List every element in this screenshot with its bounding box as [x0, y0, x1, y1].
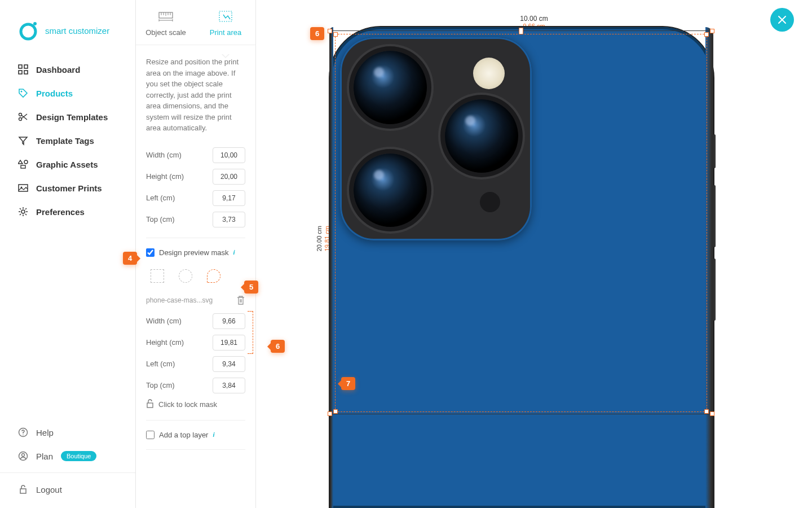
tab-indicator-arrow — [222, 54, 230, 58]
nav-label: Products — [36, 89, 73, 98]
main-nav: Dashboard Products Design Templates Temp… — [0, 58, 135, 224]
mask-field-height: Height (cm) — [146, 335, 245, 351]
width-label: Width (cm) — [146, 151, 182, 159]
mask-field-top: Top (cm) — [146, 378, 245, 393]
left-input[interactable] — [213, 190, 245, 206]
nav-help[interactable]: Help — [18, 421, 135, 444]
svg-point-9 — [24, 160, 28, 164]
tag-icon — [18, 88, 28, 98]
brand-logo: smart customizer — [0, 0, 135, 58]
field-width: Width (cm) — [146, 147, 245, 163]
info-icon[interactable]: i — [213, 431, 214, 438]
nav-label: Preferences — [36, 207, 85, 217]
nav-label: Logout — [36, 485, 62, 494]
bracket-icon — [248, 311, 253, 354]
mask-width-label: Width (cm) — [146, 317, 182, 325]
nav-plan[interactable]: PlanBoutique — [18, 444, 135, 468]
phone-mockup[interactable] — [330, 27, 713, 508]
scissors-icon — [18, 112, 28, 122]
mask-label: Design preview mask — [159, 248, 229, 257]
close-icon — [777, 15, 787, 25]
lock-mask-row[interactable]: Click to lock mask — [146, 399, 245, 410]
design-preview-mask-row: Design preview mask i — [146, 248, 245, 257]
dashboard-icon — [18, 64, 28, 75]
svg-rect-10 — [21, 165, 25, 168]
filter-icon — [18, 135, 28, 146]
mask-width-input[interactable] — [213, 313, 245, 329]
mask-left-input[interactable] — [213, 356, 245, 372]
nav-template-tags[interactable]: Template Tags — [18, 129, 135, 152]
mask-left-label: Left (cm) — [146, 360, 175, 368]
mask-shape-custom[interactable] — [202, 266, 225, 286]
shapes-icon — [18, 159, 28, 169]
lock-icon — [18, 484, 28, 494]
brand-name: smart customizer — [45, 26, 109, 36]
tab-object-scale[interactable]: Object scale — [136, 0, 196, 45]
camera-lens — [354, 51, 427, 124]
callout-5: 5 — [244, 281, 258, 294]
height-label: Height (cm) — [146, 172, 184, 181]
close-button[interactable] — [770, 8, 794, 32]
nav-label: Design Templates — [36, 112, 108, 122]
nav-design-templates[interactable]: Design Templates — [18, 105, 135, 129]
settings-panel: Object scale Print area Resize and posit… — [136, 0, 256, 508]
svg-rect-20 — [219, 11, 232, 21]
tab-label: Print area — [210, 28, 241, 37]
dimension-height-outer: 20.00 cm — [316, 226, 323, 251]
camera-lens — [445, 99, 518, 173]
camera-island — [340, 37, 532, 240]
svg-point-6 — [21, 91, 23, 93]
print-area-icon — [218, 10, 233, 23]
mask-field-width: Width (cm) — [146, 313, 245, 329]
mask-checkbox[interactable] — [146, 248, 155, 257]
svg-point-0 — [21, 24, 36, 39]
callout-6a: 6 — [310, 27, 324, 40]
camera-lens — [354, 154, 427, 227]
mask-height-input[interactable] — [213, 335, 245, 351]
svg-rect-21 — [147, 403, 153, 408]
mask-shape-square[interactable] — [146, 266, 169, 286]
nav-label: Help — [36, 428, 54, 437]
mask-file-row: phone-case-mas...svg — [146, 295, 245, 305]
svg-point-7 — [19, 113, 22, 116]
top-layer-checkbox[interactable] — [146, 431, 155, 439]
volume-button — [713, 185, 716, 247]
svg-rect-3 — [24, 65, 28, 68]
tab-print-area[interactable]: Print area — [196, 0, 255, 45]
dimension-width-outer: 10.00 cm — [520, 15, 548, 23]
field-height: Height (cm) — [146, 169, 245, 185]
help-icon — [18, 427, 28, 437]
mask-top-input[interactable] — [213, 378, 245, 393]
top-layer-label: Add a top layer — [159, 431, 208, 439]
mask-shape-circle[interactable] — [174, 266, 197, 286]
trash-icon[interactable] — [236, 295, 245, 305]
top-input[interactable] — [213, 212, 245, 227]
nav-customer-prints[interactable]: Customer Prints — [18, 176, 135, 200]
callout-7: 7 — [341, 377, 355, 390]
svg-rect-5 — [24, 71, 28, 74]
svg-point-1 — [33, 22, 37, 25]
svg-rect-4 — [19, 71, 22, 74]
info-icon[interactable]: i — [233, 249, 235, 256]
nav-label: Template Tags — [36, 136, 94, 146]
bottom-nav: Help PlanBoutique Logout — [0, 421, 135, 508]
field-left: Left (cm) — [146, 190, 245, 206]
nav-preferences[interactable]: Preferences — [18, 200, 135, 224]
height-input[interactable] — [213, 169, 245, 185]
mask-top-label: Top (cm) — [146, 381, 175, 389]
nav-dashboard[interactable]: Dashboard — [18, 58, 135, 81]
width-input[interactable] — [213, 147, 245, 163]
nav-graphic-assets[interactable]: Graphic Assets — [18, 152, 135, 176]
nav-products[interactable]: Products — [18, 81, 135, 105]
nav-label: Graphic Assets — [36, 160, 98, 169]
mask-shape-row — [146, 266, 245, 286]
svg-point-8 — [19, 118, 22, 121]
svg-rect-18 — [20, 489, 26, 493]
lock-open-icon — [146, 399, 154, 410]
nav-label: Dashboard — [36, 65, 80, 75]
plan-badge: Boutique — [61, 451, 96, 461]
mask-height-label: Height (cm) — [146, 338, 184, 347]
nav-logout[interactable]: Logout — [18, 478, 135, 508]
svg-point-13 — [21, 210, 25, 213]
callout-6b: 6 — [271, 340, 285, 353]
